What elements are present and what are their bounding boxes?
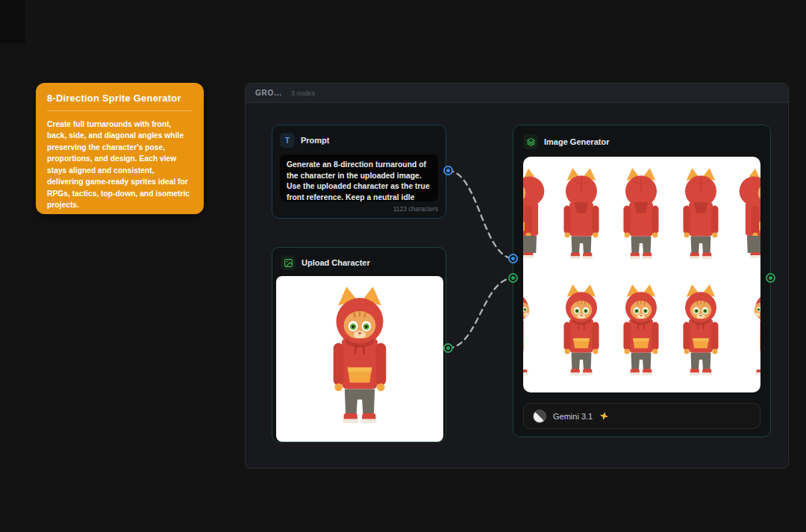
image-generator-node[interactable]: Image Generator Gemini 3.1 <box>513 125 771 437</box>
workflow-canvas: GRO... 3 nodes T Prompt Generate an 8-di… <box>245 83 789 469</box>
upload-node-header: Upload Character <box>276 255 442 270</box>
character-count: 1123 characters <box>280 205 438 213</box>
prompt-node-header: T Prompt <box>280 133 438 148</box>
model-label: Gemini 3.1 <box>553 412 593 421</box>
canvas-header: GRO... 3 nodes <box>246 84 788 103</box>
wire-prompt-to-generator <box>449 171 513 259</box>
sparkle-icon <box>599 410 610 422</box>
sprite-back-view <box>669 160 732 272</box>
info-card: 8-Direction Sprite Generator Create full… <box>36 83 204 214</box>
generator-image-input-port[interactable] <box>508 273 518 283</box>
info-card-description: Create full turnarounds with front, back… <box>47 119 193 211</box>
info-card-title: 8-Direction Sprite Generator <box>47 93 193 104</box>
upload-node-title: Upload Character <box>302 258 370 267</box>
corner-shade <box>0 0 25 43</box>
prompt-textarea[interactable]: Generate an 8-direction turnaround of th… <box>280 154 438 201</box>
sprite-front-view <box>610 276 672 388</box>
uploaded-character-image[interactable] <box>276 276 443 442</box>
generator-node-title: Image Generator <box>544 137 609 146</box>
generator-prompt-input-port[interactable] <box>508 254 518 263</box>
project-name: GRO... <box>255 89 282 97</box>
sprite-front-view <box>550 276 613 388</box>
prompt-node-title: Prompt <box>301 136 330 145</box>
info-card-divider <box>47 110 193 111</box>
upload-character-node[interactable]: Upload Character <box>272 247 446 442</box>
prompt-output-port[interactable] <box>443 166 453 175</box>
sprite-side-view <box>523 278 546 388</box>
image-icon <box>281 255 296 270</box>
sprite-front-view <box>313 283 407 434</box>
sprite-back-view <box>610 160 672 272</box>
generated-sprite-sheet[interactable] <box>523 157 760 392</box>
gemini-logo-icon <box>533 410 546 423</box>
generator-output-port[interactable] <box>766 273 775 283</box>
generator-node-header: Image Generator <box>523 134 760 149</box>
sprite-front-view <box>669 276 732 388</box>
sprite-back-view <box>550 160 613 272</box>
text-icon: T <box>280 133 295 148</box>
sprite-side-view <box>738 278 760 388</box>
prompt-node[interactable]: T Prompt Generate an 8-direction turnaro… <box>272 125 446 219</box>
model-selector[interactable]: Gemini 3.1 <box>523 403 760 429</box>
node-count-label: 3 nodes <box>291 90 315 97</box>
sprite-side-view <box>725 161 760 270</box>
layers-icon <box>523 134 538 149</box>
upload-output-port[interactable] <box>443 343 453 353</box>
wire-upload-to-generator <box>449 278 513 348</box>
